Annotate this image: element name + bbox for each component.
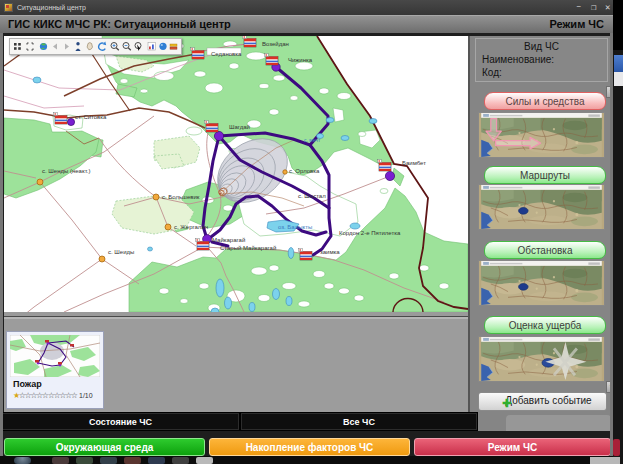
svg-text:с. Шостал: с. Шостал — [298, 193, 326, 199]
svg-text:Баимбет: Баимбет — [402, 160, 426, 166]
svg-text:заимка: заимка — [320, 249, 340, 255]
svg-text:с. Орловка: с. Орловка — [289, 168, 320, 174]
svg-text:Седановка: Седановка — [211, 51, 242, 57]
svg-text:Майкарагай: Майкарагай — [212, 237, 245, 243]
svg-text:Кордон 2-е Пятилетка: Кордон 2-е Пятилетка — [339, 230, 401, 236]
svg-text:оз. Балыкты: оз. Балыкты — [278, 224, 312, 230]
svg-text:Старый Майкарагай: Старый Майкарагай — [220, 245, 276, 251]
svg-text:ст. Ситовка: ст. Ситовка — [75, 114, 107, 120]
svg-text:с. Шенды (неакт.): с. Шенды (неакт.) — [42, 168, 90, 174]
svg-text:Возейдан: Возейдан — [262, 41, 289, 47]
svg-text:с. мечт: с. мечт — [304, 137, 321, 143]
svg-text:с. Жергалан: с. Жергалан — [174, 224, 208, 230]
svg-text:с. Большевик: с. Большевик — [162, 194, 200, 200]
svg-text:с. Шеиды: с. Шеиды — [108, 249, 134, 255]
svg-text:Шагдай: Шагдай — [229, 124, 250, 130]
svg-text:Чижинка: Чижинка — [288, 57, 313, 63]
